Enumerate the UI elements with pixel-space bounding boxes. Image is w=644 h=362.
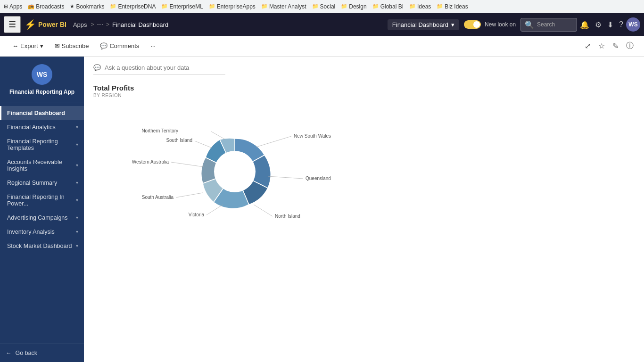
report-dropdown[interactable]: Financial Dashboard ▾ bbox=[388, 19, 459, 30]
svg-text:Northern Territory: Northern Territory bbox=[141, 128, 178, 133]
bm-social[interactable]: 📁Social bbox=[312, 3, 336, 10]
sidebar-item-financial-dashboard[interactable]: Financial Dashboard bbox=[0, 106, 84, 120]
sidebar-item-financial-reporting-templates[interactable]: Financial Reporting Templates ▾ bbox=[0, 134, 84, 155]
notifications-button[interactable]: 🔔 bbox=[577, 20, 592, 29]
bm-enterpriseml[interactable]: 📁EnterpriseML bbox=[161, 3, 203, 10]
sidebar: WS Financial Reporting App Financial Das… bbox=[0, 57, 84, 362]
subscribe-button[interactable]: ✉ Subscribe bbox=[50, 40, 94, 52]
svg-point-0 bbox=[214, 151, 256, 192]
bm-global-bi[interactable]: 📁Global BI bbox=[372, 3, 404, 10]
more-button[interactable]: ··· bbox=[146, 40, 160, 52]
info-button[interactable]: ⓘ bbox=[623, 39, 636, 53]
breadcrumb-separator-2: > bbox=[105, 21, 110, 28]
page-title: Financial Dashboard bbox=[110, 21, 170, 28]
bm-ideas[interactable]: 📁Ideas bbox=[409, 3, 431, 10]
subscribe-icon: ✉ bbox=[55, 42, 60, 49]
user-avatar[interactable]: WS bbox=[626, 17, 640, 32]
powerbi-logo: ⚡ Power BI bbox=[21, 19, 70, 30]
powerbi-icon: ⚡ bbox=[25, 19, 36, 30]
svg-line-13 bbox=[176, 193, 203, 197]
main-layout: WS Financial Reporting App Financial Das… bbox=[0, 57, 644, 362]
chevron-down-icon: ▾ bbox=[76, 142, 78, 147]
top-nav: ☰ ⚡ Power BI Apps > ··· > Financial Dash… bbox=[0, 13, 644, 36]
bm-apps[interactable]: ⊞Apps bbox=[4, 3, 22, 10]
chevron-down-icon: ▾ bbox=[76, 243, 78, 248]
sidebar-avatar: WS bbox=[32, 64, 52, 85]
expand-button[interactable]: ⤢ bbox=[582, 40, 594, 52]
svg-line-7 bbox=[268, 176, 303, 179]
svg-text:Queensland: Queensland bbox=[305, 176, 331, 181]
sidebar-nav: Financial Dashboard Financial Analytics … bbox=[0, 102, 84, 344]
bm-enterpriseapps[interactable]: 📁EnterpriseApps bbox=[209, 3, 256, 10]
chevron-down-icon: ▾ bbox=[76, 124, 78, 130]
svg-text:South Australia: South Australia bbox=[142, 195, 174, 200]
export-chevron-icon: ▾ bbox=[40, 42, 43, 49]
chart-title: Total Profits bbox=[93, 84, 635, 92]
sidebar-header: WS Financial Reporting App bbox=[0, 57, 84, 102]
svg-line-11 bbox=[206, 205, 223, 215]
settings-button[interactable]: ⚙ bbox=[592, 20, 604, 29]
qa-icon: 💬 bbox=[93, 64, 101, 71]
go-back-button[interactable]: ← Go back bbox=[0, 344, 84, 362]
bm-enterprisedna[interactable]: 📁EnterpriseDNA bbox=[110, 3, 156, 10]
sidebar-item-inventory-analysis[interactable]: Inventory Analysis ▾ bbox=[0, 225, 84, 239]
new-look-switch[interactable] bbox=[464, 20, 481, 29]
chevron-down-icon: ▾ bbox=[76, 180, 78, 185]
chart-subtitle: BY REGION bbox=[93, 93, 635, 98]
svg-text:Western Australia: Western Australia bbox=[132, 159, 169, 165]
sidebar-item-financial-reporting-power[interactable]: Financial Reporting In Power... ▾ bbox=[0, 190, 84, 211]
chevron-down-icon: ▾ bbox=[76, 163, 78, 168]
action-bar: ↔ Export ▾ ✉ Subscribe 💬 Comments ··· ⤢ … bbox=[0, 36, 644, 57]
bm-master-analyst[interactable]: 📁Master Analyst bbox=[261, 3, 306, 10]
bm-broadcasts[interactable]: 📻Broadcasts bbox=[28, 3, 64, 10]
go-back-icon: ← bbox=[6, 350, 12, 356]
comments-icon: 💬 bbox=[100, 42, 107, 49]
sidebar-item-financial-analytics[interactable]: Financial Analytics ▾ bbox=[0, 120, 84, 134]
qa-input[interactable] bbox=[105, 64, 225, 71]
search-icon: 🔍 bbox=[525, 20, 534, 29]
sidebar-item-accounts-receivable[interactable]: Accounts Receivable Insights ▾ bbox=[0, 155, 84, 176]
edit-button[interactable]: ✎ bbox=[610, 40, 621, 52]
svg-text:North Island: North Island bbox=[275, 214, 300, 219]
svg-line-9 bbox=[254, 205, 272, 216]
donut-chart: Northern Territory South Island New Sout… bbox=[93, 106, 376, 238]
comments-button[interactable]: 💬 Comments bbox=[95, 40, 144, 52]
bm-biz-ideas[interactable]: 📁Biz Ideas bbox=[437, 3, 468, 10]
download-button[interactable]: ⬇ bbox=[604, 20, 616, 29]
export-icon: ↔ bbox=[12, 42, 18, 49]
apps-nav-link[interactable]: Apps bbox=[70, 21, 90, 28]
bm-design[interactable]: 📁Design bbox=[341, 3, 366, 10]
chevron-down-icon: ▾ bbox=[76, 215, 78, 220]
bookmarks-bar: ⊞Apps 📻Broadcasts ★Bookmarks 📁Enterprise… bbox=[0, 0, 644, 13]
svg-line-5 bbox=[256, 136, 291, 147]
ellipsis-button[interactable]: ··· bbox=[95, 20, 105, 29]
dropdown-chevron-icon: ▾ bbox=[451, 21, 454, 28]
chevron-down-icon: ▾ bbox=[76, 229, 78, 234]
sidebar-item-advertising-campaigns[interactable]: Advertising Campaigns ▾ bbox=[0, 211, 84, 225]
hamburger-button[interactable]: ☰ bbox=[4, 16, 21, 33]
svg-line-15 bbox=[171, 162, 204, 167]
sidebar-item-stock-market-dashboard[interactable]: Stock Market Dashboard ▾ bbox=[0, 239, 84, 253]
breadcrumb-separator-1: > bbox=[90, 21, 95, 28]
action-bar-icons: ⤢ ☆ ✎ ⓘ bbox=[582, 39, 636, 53]
export-button[interactable]: ↔ Export ▾ bbox=[8, 40, 48, 52]
donut-chart-svg: Northern Territory South Island New Sout… bbox=[93, 106, 376, 238]
svg-text:South Island: South Island bbox=[166, 138, 192, 143]
content-area: 💬 Total Profits BY REGION bbox=[84, 57, 644, 362]
search-input[interactable] bbox=[537, 21, 575, 28]
svg-text:New South Wales: New South Wales bbox=[294, 133, 331, 139]
bm-bookmarks[interactable]: ★Bookmarks bbox=[70, 3, 104, 10]
chart-section: Total Profits BY REGION bbox=[93, 84, 635, 238]
qa-bar: 💬 bbox=[93, 64, 225, 74]
search-box[interactable]: 🔍 bbox=[520, 18, 577, 32]
svg-line-3 bbox=[195, 141, 212, 148]
favorite-button[interactable]: ☆ bbox=[595, 40, 608, 52]
chevron-down-icon: ▾ bbox=[76, 197, 78, 203]
sidebar-item-regional-summary[interactable]: Regional Summary ▾ bbox=[0, 176, 84, 190]
help-button[interactable]: ? bbox=[616, 20, 626, 29]
new-look-toggle: New look on bbox=[459, 20, 520, 29]
sidebar-app-name: Financial Reporting App bbox=[9, 89, 74, 96]
svg-text:Victoria: Victoria bbox=[189, 212, 205, 217]
svg-line-1 bbox=[211, 132, 225, 140]
